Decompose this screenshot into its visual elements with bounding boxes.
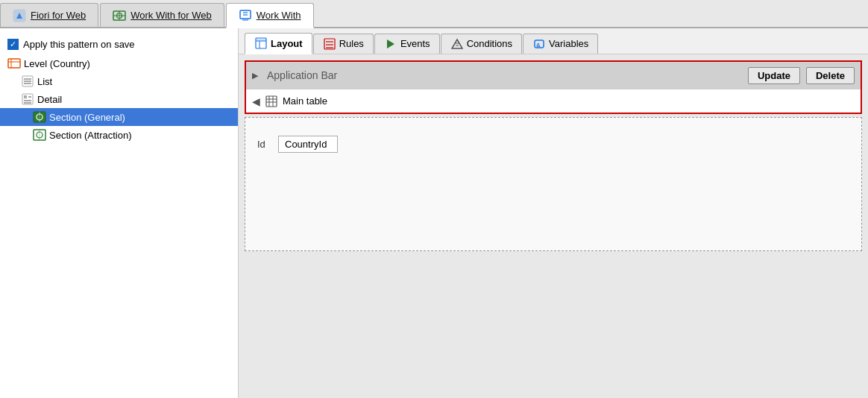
update-button[interactable]: Update (748, 67, 800, 84)
tab-variables-label: Variables (549, 38, 588, 49)
tree-section-general-label: Section (General) (49, 112, 125, 123)
svg-rect-7 (242, 19, 248, 21)
tree-level-country-label: Level (Country) (24, 58, 90, 69)
svg-rect-18 (24, 95, 27, 98)
tree-section-attraction-label: Section (Attraction) (49, 130, 132, 141)
apply-pattern-checkbox[interactable]: ✓ (7, 39, 19, 50)
tab-events-label: Events (400, 38, 430, 49)
tree-item-detail[interactable]: Detail (0, 90, 238, 108)
tree-item-section-attraction[interactable]: Section (Attraction) (0, 126, 238, 144)
tab-events[interactable]: Events (374, 34, 440, 54)
work-with-icon (239, 9, 252, 22)
tab-fiori-label: Fiori for Web (31, 10, 86, 21)
toolbar-tabs: Layout Rules (239, 28, 868, 54)
tab-bar: Fiori for Web Work With for Web Work Wit… (0, 0, 868, 28)
main-table-label: Main table (283, 95, 327, 107)
tree-detail-label: Detail (37, 94, 62, 105)
work-with-web-icon (113, 9, 126, 22)
apply-pattern-row: ✓ Apply this pattern on save (0, 34, 238, 54)
fiori-icon (13, 9, 26, 22)
tab-layout[interactable]: Layout (245, 33, 312, 54)
tab-rules[interactable]: Rules (313, 34, 374, 54)
tab-rules-label: Rules (339, 38, 364, 49)
delete-button[interactable]: Delete (806, 67, 855, 84)
tab-layout-label: Layout (271, 38, 303, 49)
tab-conditions[interactable]: Conditions (441, 34, 522, 54)
app-bar-container: ▶ Application Bar Update Delete ◀ (245, 60, 862, 114)
list-icon (21, 75, 34, 88)
tab-work-with-web-label: Work With for Web (130, 10, 212, 21)
id-label: Id (257, 139, 272, 150)
app-bar-row: ▶ Application Bar Update Delete (246, 62, 861, 89)
events-icon (384, 37, 397, 51)
app-bar-arrow: ▶ (252, 71, 258, 80)
svg-rect-10 (8, 59, 20, 68)
tab-conditions-label: Conditions (467, 38, 512, 49)
svg-marker-36 (387, 40, 394, 48)
layout-icon (254, 37, 268, 50)
tree-item-section-general[interactable]: Section (General) (0, 108, 238, 126)
level-country-icon (7, 57, 21, 70)
app-bar-label: Application Bar (267, 69, 742, 81)
content-area: ▶ Application Bar Update Delete ◀ (239, 54, 868, 398)
section-general-icon (33, 110, 46, 124)
main-content: ✓ Apply this pattern on save Level (Coun… (0, 28, 868, 398)
conditions-icon (450, 37, 464, 51)
nav-back-arrow[interactable]: ◀ (252, 95, 260, 107)
tab-fiori[interactable]: Fiori for Web (0, 3, 98, 27)
svg-text:&: & (536, 42, 541, 48)
right-panel: Layout Rules (239, 28, 868, 398)
tab-variables[interactable]: & Variables (523, 34, 598, 54)
svg-rect-42 (266, 96, 277, 107)
country-id-field[interactable]: CountryId (278, 136, 338, 153)
detail-icon (21, 92, 34, 106)
tree-list-label: List (37, 76, 52, 87)
rules-icon (323, 37, 336, 51)
tree-item-level-country[interactable]: Level (Country) (0, 54, 238, 72)
design-row-id: Id CountryId (257, 130, 849, 159)
tree-item-list[interactable]: List (0, 72, 238, 90)
design-area: Id CountryId (245, 117, 862, 251)
apply-pattern-label: Apply this pattern on save (23, 39, 135, 50)
tab-work-with[interactable]: Work With (226, 3, 314, 28)
tab-work-with-label: Work With (257, 10, 301, 21)
section-attraction-icon (33, 128, 46, 142)
main-table-icon (265, 95, 278, 108)
variables-icon: & (532, 37, 546, 51)
svg-marker-37 (452, 40, 462, 48)
left-panel: ✓ Apply this pattern on save Level (Coun… (0, 28, 239, 398)
tab-work-with-web[interactable]: Work With for Web (100, 3, 224, 27)
svg-rect-31 (257, 39, 266, 41)
sub-row: ◀ Main table (246, 89, 861, 113)
